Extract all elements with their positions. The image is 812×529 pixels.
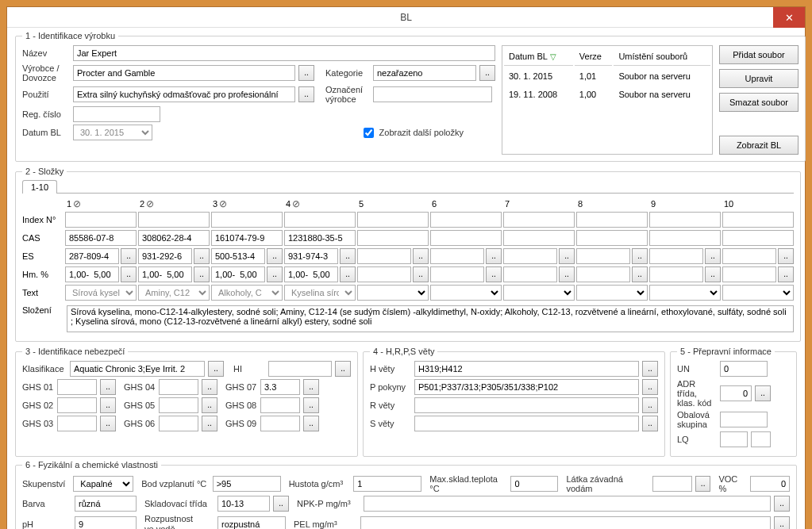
npk-input[interactable] [364,496,771,512]
es-8-picker[interactable]: .. [632,248,648,264]
hm-5-picker[interactable]: .. [413,266,429,282]
cas-10-input[interactable] [722,230,794,246]
cas-6-input[interactable] [430,230,502,246]
svety-picker[interactable]: .. [642,416,658,431]
es-4-input[interactable] [284,248,338,264]
index-7-input[interactable] [503,212,575,228]
ghs07-picker[interactable]: .. [303,379,319,395]
es-5-input[interactable] [357,248,411,264]
zobrazit-dalsi-checkbox[interactable] [364,128,374,138]
es-2-input[interactable] [138,248,192,264]
hm-8-picker[interactable]: .. [632,266,648,282]
text-8-select[interactable] [576,285,648,301]
upravit-button[interactable]: Upravit [719,69,799,88]
th-datum[interactable]: Datum BL ▽ [504,48,573,66]
hm-10-input[interactable] [722,266,776,282]
npk-picker[interactable]: .. [774,496,790,512]
hm-3-input[interactable] [211,266,265,282]
pvety-input[interactable] [414,379,639,395]
es-6-input[interactable] [430,248,484,264]
index-1-input[interactable] [65,212,137,228]
maxteplota-input[interactable] [510,476,558,492]
index-3-input[interactable] [211,212,283,228]
rvety-picker[interactable]: .. [642,397,658,413]
cas-7-input[interactable] [503,230,575,246]
barva-input[interactable] [75,496,137,512]
text-10-select[interactable] [722,285,794,301]
es-1-picker[interactable]: .. [121,248,137,264]
pel-input[interactable] [360,516,771,529]
hm-4-picker[interactable]: .. [340,266,356,282]
rvety-input[interactable] [414,397,639,413]
es-6-picker[interactable]: .. [486,248,502,264]
hm-10-picker[interactable]: .. [778,266,794,282]
klasifikace-picker[interactable]: .. [208,361,224,377]
cas-1-input[interactable] [65,230,137,246]
adr-input[interactable] [720,385,752,401]
hm-5-input[interactable] [357,266,411,282]
ghs06-input[interactable] [159,416,198,431]
hvety-input[interactable] [414,361,639,377]
regcislo-input[interactable] [73,106,160,122]
es-9-picker[interactable]: .. [705,248,721,264]
cas-8-input[interactable] [576,230,648,246]
text-1-select[interactable]: Sírová kysel [65,285,137,301]
text-2-select[interactable]: Aminy, C12 [138,285,210,301]
hm-3-picker[interactable]: .. [267,266,283,282]
ph-input[interactable] [75,516,137,529]
index-10-input[interactable] [722,212,794,228]
hm-9-picker[interactable]: .. [705,266,721,282]
es-10-picker[interactable]: .. [778,248,794,264]
ghs02-picker[interactable]: .. [100,397,116,413]
es-9-input[interactable] [649,248,703,264]
cas-5-input[interactable] [357,230,429,246]
zobrazit-bl-button[interactable]: Zobrazit BL [719,136,799,155]
index-5-input[interactable] [357,212,429,228]
ghs03-input[interactable] [57,416,97,431]
text-9-select[interactable] [649,285,721,301]
latka-picker[interactable]: .. [695,476,710,492]
hm-2-input[interactable] [138,266,192,282]
hi-picker[interactable]: .. [335,361,351,377]
th-verze[interactable]: Verze [575,48,613,66]
pouziti-input[interactable] [73,86,295,102]
hvety-picker[interactable]: .. [642,361,658,377]
hm-9-input[interactable] [649,266,703,282]
text-3-select[interactable]: Alkoholy, C [211,285,283,301]
index-6-input[interactable] [430,212,502,228]
hm-2-picker[interactable]: .. [194,266,210,282]
hm-7-input[interactable] [503,266,557,282]
ghs06-picker[interactable]: .. [202,416,217,431]
text-7-select[interactable] [503,285,575,301]
kategorie-picker-button[interactable]: .. [479,65,495,81]
cas-2-input[interactable] [138,230,210,246]
ghs08-picker[interactable]: .. [303,397,319,413]
cas-4-input[interactable] [284,230,356,246]
smazat-soubor-button[interactable]: Smazat soubor [719,93,799,112]
ghs01-input[interactable] [57,379,97,395]
ghs05-picker[interactable]: .. [202,397,217,413]
klasifikace-input[interactable] [70,361,205,377]
cas-9-input[interactable] [649,230,721,246]
table-row[interactable]: 19. 11. 2008 1,00 Soubor na serveru [504,86,710,103]
ghs05-input[interactable] [159,397,198,413]
th-umisteni[interactable]: Umístění souborů [614,48,710,66]
skupenstvi-select[interactable]: Kapalné [73,476,133,492]
ghs03-picker[interactable]: .. [100,416,116,431]
es-5-picker[interactable]: .. [413,248,429,264]
index-4-input[interactable] [284,212,356,228]
text-4-select[interactable]: Kyselina síro [284,285,356,301]
voc-input[interactable] [750,476,790,492]
hm-8-input[interactable] [576,266,630,282]
es-8-input[interactable] [576,248,630,264]
hm-4-input[interactable] [284,266,338,282]
oznaceni-input[interactable] [373,86,492,102]
adr-picker[interactable]: .. [755,385,771,401]
cas-3-input[interactable] [211,230,283,246]
obal-input[interactable] [720,412,768,427]
ghs09-picker[interactable]: .. [303,416,319,431]
close-button[interactable]: ✕ [773,7,805,28]
pel-picker[interactable]: .. [774,516,790,529]
slozeni-textarea[interactable]: Sírová kyselina, mono-C12-14-alkylestery… [67,305,794,332]
skladtrida-input[interactable] [217,496,270,512]
